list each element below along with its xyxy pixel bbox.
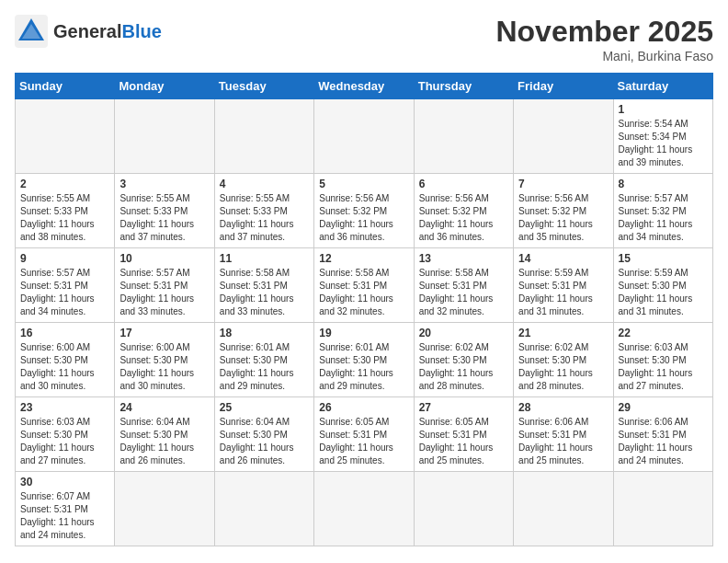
calendar-day-cell: 16Sunrise: 6:00 AMSunset: 5:30 PMDayligh… [16, 323, 115, 397]
day-info: Sunrise: 5:58 AMSunset: 5:31 PMDaylight:… [319, 267, 408, 318]
calendar-week-row: 9Sunrise: 5:57 AMSunset: 5:31 PMDaylight… [16, 248, 713, 323]
calendar-day-cell: 3Sunrise: 5:55 AMSunset: 5:33 PMDaylight… [115, 174, 214, 248]
calendar-day-cell: 25Sunrise: 6:04 AMSunset: 5:30 PMDayligh… [214, 397, 313, 472]
calendar-day-cell [16, 99, 115, 174]
day-number: 29 [619, 401, 708, 414]
day-info: Sunrise: 6:03 AMSunset: 5:30 PMDaylight:… [619, 341, 708, 393]
day-info: Sunrise: 5:56 AMSunset: 5:32 PMDaylight:… [518, 192, 608, 244]
day-number: 20 [419, 327, 508, 339]
calendar-day-cell: 26Sunrise: 6:05 AMSunset: 5:31 PMDayligh… [314, 397, 414, 472]
day-number: 28 [518, 401, 608, 414]
day-of-week-header: Monday [115, 74, 214, 99]
day-info: Sunrise: 6:02 AMSunset: 5:30 PMDaylight:… [419, 341, 508, 393]
calendar-day-cell: 11Sunrise: 5:58 AMSunset: 5:31 PMDayligh… [214, 248, 313, 323]
calendar-day-cell: 8Sunrise: 5:57 AMSunset: 5:32 PMDaylight… [613, 174, 712, 248]
calendar-day-cell [613, 472, 712, 546]
day-number: 27 [419, 401, 508, 414]
calendar-day-cell [214, 472, 313, 546]
day-info: Sunrise: 5:59 AMSunset: 5:30 PMDaylight:… [619, 267, 708, 318]
calendar-day-cell: 7Sunrise: 5:56 AMSunset: 5:32 PMDaylight… [514, 174, 613, 248]
title-block: November 2025 Mani, Burkina Faso [495, 15, 713, 63]
day-of-week-header: Sunday [16, 74, 115, 99]
day-number: 7 [518, 178, 608, 190]
day-info: Sunrise: 6:05 AMSunset: 5:31 PMDaylight:… [319, 416, 408, 467]
calendar-day-cell: 4Sunrise: 5:55 AMSunset: 5:33 PMDaylight… [214, 174, 313, 248]
day-number: 10 [119, 252, 209, 265]
day-number: 18 [220, 327, 309, 339]
day-of-week-header: Friday [514, 74, 613, 99]
calendar-day-cell: 28Sunrise: 6:06 AMSunset: 5:31 PMDayligh… [514, 397, 613, 472]
day-info: Sunrise: 6:04 AMSunset: 5:30 PMDaylight:… [220, 416, 309, 467]
calendar-day-cell: 15Sunrise: 5:59 AMSunset: 5:30 PMDayligh… [613, 248, 712, 323]
day-info: Sunrise: 5:57 AMSunset: 5:31 PMDaylight:… [119, 267, 209, 318]
day-info: Sunrise: 5:58 AMSunset: 5:31 PMDaylight:… [220, 267, 309, 318]
day-of-week-header: Tuesday [214, 74, 313, 99]
day-number: 22 [619, 327, 708, 339]
calendar-header-row: SundayMondayTuesdayWednesdayThursdayFrid… [16, 74, 713, 99]
calendar-day-cell: 24Sunrise: 6:04 AMSunset: 5:30 PMDayligh… [115, 397, 214, 472]
day-number: 25 [220, 401, 309, 414]
day-info: Sunrise: 6:03 AMSunset: 5:30 PMDaylight:… [20, 416, 109, 467]
day-number: 9 [20, 252, 109, 265]
day-number: 6 [419, 178, 508, 190]
calendar-week-row: 30Sunrise: 6:07 AMSunset: 5:31 PMDayligh… [16, 472, 713, 546]
day-number: 4 [220, 178, 309, 190]
day-number: 15 [619, 252, 708, 265]
calendar-day-cell [414, 99, 513, 174]
day-number: 17 [119, 327, 209, 339]
day-of-week-header: Thursday [414, 74, 513, 99]
calendar-day-cell: 22Sunrise: 6:03 AMSunset: 5:30 PMDayligh… [613, 323, 712, 397]
day-info: Sunrise: 6:05 AMSunset: 5:31 PMDaylight:… [419, 416, 508, 467]
calendar-day-cell [414, 472, 513, 546]
calendar-day-cell: 27Sunrise: 6:05 AMSunset: 5:31 PMDayligh… [414, 397, 513, 472]
day-number: 12 [319, 252, 408, 265]
calendar-day-cell: 1Sunrise: 5:54 AMSunset: 5:34 PMDaylight… [613, 99, 712, 174]
calendar-day-cell [115, 472, 214, 546]
calendar-day-cell [115, 99, 214, 174]
day-info: Sunrise: 5:56 AMSunset: 5:32 PMDaylight:… [319, 192, 408, 244]
day-number: 11 [220, 252, 309, 265]
calendar-day-cell: 9Sunrise: 5:57 AMSunset: 5:31 PMDaylight… [16, 248, 115, 323]
calendar-week-row: 2Sunrise: 5:55 AMSunset: 5:33 PMDaylight… [16, 174, 713, 248]
day-number: 21 [518, 327, 608, 339]
calendar-week-row: 23Sunrise: 6:03 AMSunset: 5:30 PMDayligh… [16, 397, 713, 472]
day-number: 26 [319, 401, 408, 414]
location: Mani, Burkina Faso [495, 49, 713, 63]
month-title: November 2025 [495, 15, 713, 49]
day-info: Sunrise: 5:57 AMSunset: 5:32 PMDaylight:… [619, 192, 708, 244]
day-info: Sunrise: 6:04 AMSunset: 5:30 PMDaylight:… [119, 416, 209, 467]
calendar-day-cell [214, 99, 313, 174]
day-info: Sunrise: 5:57 AMSunset: 5:31 PMDaylight:… [20, 267, 109, 318]
day-info: Sunrise: 6:01 AMSunset: 5:30 PMDaylight:… [319, 341, 408, 393]
day-info: Sunrise: 5:56 AMSunset: 5:32 PMDaylight:… [419, 192, 508, 244]
calendar-day-cell: 21Sunrise: 6:02 AMSunset: 5:30 PMDayligh… [514, 323, 613, 397]
page-header: GeneralBlue November 2025 Mani, Burkina … [15, 15, 713, 63]
day-info: Sunrise: 5:58 AMSunset: 5:31 PMDaylight:… [419, 267, 508, 318]
day-info: Sunrise: 5:59 AMSunset: 5:31 PMDaylight:… [518, 267, 608, 318]
day-number: 30 [20, 476, 109, 488]
day-number: 16 [20, 327, 109, 339]
calendar-day-cell: 2Sunrise: 5:55 AMSunset: 5:33 PMDaylight… [16, 174, 115, 248]
day-number: 3 [119, 178, 209, 190]
day-info: Sunrise: 5:55 AMSunset: 5:33 PMDaylight:… [220, 192, 309, 244]
day-number: 2 [20, 178, 109, 190]
day-info: Sunrise: 6:06 AMSunset: 5:31 PMDaylight:… [619, 416, 708, 467]
day-number: 13 [419, 252, 508, 265]
calendar-table: SundayMondayTuesdayWednesdayThursdayFrid… [15, 73, 713, 546]
calendar-day-cell [514, 99, 613, 174]
calendar-day-cell: 17Sunrise: 6:00 AMSunset: 5:30 PMDayligh… [115, 323, 214, 397]
day-number: 24 [119, 401, 209, 414]
calendar-day-cell: 10Sunrise: 5:57 AMSunset: 5:31 PMDayligh… [115, 248, 214, 323]
day-info: Sunrise: 6:06 AMSunset: 5:31 PMDaylight:… [518, 416, 608, 467]
day-info: Sunrise: 6:02 AMSunset: 5:30 PMDaylight:… [518, 341, 608, 393]
day-number: 5 [319, 178, 408, 190]
day-info: Sunrise: 6:00 AMSunset: 5:30 PMDaylight:… [20, 341, 109, 393]
logo: GeneralBlue [15, 15, 162, 48]
calendar-day-cell [514, 472, 613, 546]
day-info: Sunrise: 5:55 AMSunset: 5:33 PMDaylight:… [119, 192, 209, 244]
day-info: Sunrise: 6:07 AMSunset: 5:31 PMDaylight:… [20, 490, 109, 542]
calendar-day-cell: 18Sunrise: 6:01 AMSunset: 5:30 PMDayligh… [214, 323, 313, 397]
calendar-day-cell: 19Sunrise: 6:01 AMSunset: 5:30 PMDayligh… [314, 323, 414, 397]
calendar-day-cell: 20Sunrise: 6:02 AMSunset: 5:30 PMDayligh… [414, 323, 513, 397]
calendar-day-cell [314, 99, 414, 174]
